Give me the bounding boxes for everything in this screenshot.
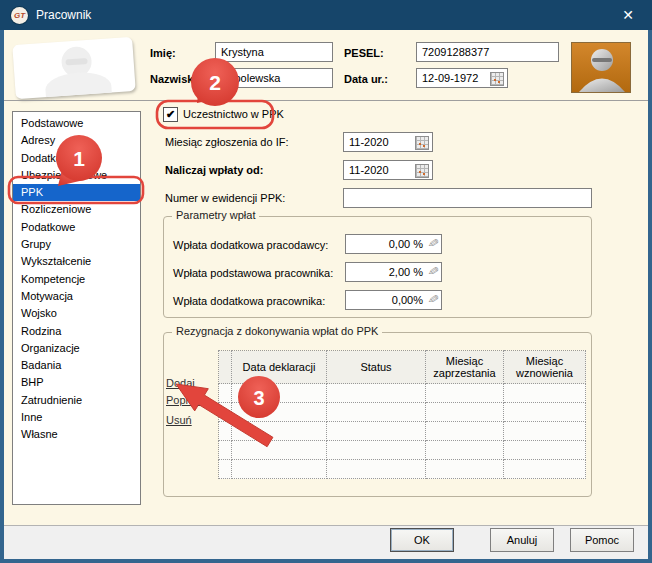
employer-extra-field[interactable]: 0,00 % ✎ xyxy=(345,234,442,254)
calc-from-label: Naliczaj wpłaty od: xyxy=(165,164,263,176)
pesel-field[interactable]: 72091288377 xyxy=(416,42,559,62)
employee-basic-field[interactable]: 2,00 % ✎ xyxy=(345,262,442,282)
col-declaration-date: Data deklaracji xyxy=(232,351,327,384)
first-name-field[interactable]: Krystyna xyxy=(215,42,333,62)
delete-link[interactable]: Usuń xyxy=(166,414,192,426)
birth-date-label: Data ur.: xyxy=(344,73,388,85)
sidebar-item-ppk[interactable]: PPK xyxy=(13,184,140,201)
col-stop-month: Miesiąc zaprzestania xyxy=(426,351,504,384)
employee-basic-label: Wpłata podstawowa pracownika: xyxy=(173,267,333,279)
resignation-title: Rezygnacja z dokonywania wpłat do PPK xyxy=(172,325,382,337)
sidebar-item-zatrudnienie[interactable]: Zatrudnienie xyxy=(13,392,140,409)
sidebar-item-wojsko[interactable]: Wojsko xyxy=(13,305,140,322)
sidebar-item-adresy[interactable]: Adresy xyxy=(13,132,140,149)
sidebar-item-inne[interactable]: Inne xyxy=(13,409,140,426)
close-icon[interactable]: ✕ xyxy=(614,4,642,26)
calendar-icon[interactable] xyxy=(415,164,429,178)
ppk-number-field[interactable] xyxy=(343,188,592,208)
employee-card-image xyxy=(12,37,135,99)
table-row[interactable] xyxy=(219,422,586,441)
sidebar-item-organizacje[interactable]: Organizacje xyxy=(13,340,140,357)
last-name-label: Nazwisko: xyxy=(150,73,204,85)
ppk-participation-checkbox[interactable]: ✔ xyxy=(163,107,178,122)
employee-extra-label: Wpłata dodatkowa pracownika: xyxy=(173,295,325,307)
category-listbox: Podstawowe Adresy Dodatkowe Ubezpieczeni… xyxy=(12,111,141,505)
employee-dialog-window: GT Pracownik ✕ Imię: Krystyna Nazwisko: … xyxy=(0,0,652,563)
birth-date-field[interactable]: 12-09-1972 xyxy=(416,68,508,88)
sidebar-item-bhp[interactable]: BHP xyxy=(13,374,140,391)
window-border-right xyxy=(648,30,652,563)
sidebar-item-grupy[interactable]: Grupy xyxy=(13,236,140,253)
col-resume-month: Miesiąc wznowienia xyxy=(504,351,586,384)
sidebar-item-dodatkowe[interactable]: Dodatkowe xyxy=(13,150,140,167)
window-title: Pracownik xyxy=(36,8,91,22)
first-name-label: Imię: xyxy=(150,47,176,59)
sidebar-item-badania[interactable]: Badania xyxy=(13,357,140,374)
last-name-field[interactable]: Sobolewska xyxy=(215,68,333,88)
sidebar-item-wyksztalcenie[interactable]: Wykształcenie xyxy=(13,253,140,270)
table-row[interactable] xyxy=(219,384,586,403)
cancel-button[interactable]: Anuluj xyxy=(490,528,554,552)
table-row[interactable] xyxy=(219,441,586,460)
sidebar-item-rozliczeniowe[interactable]: Rozliczeniowe xyxy=(13,201,140,218)
sidebar-item-podatkowe[interactable]: Podatkowe xyxy=(13,219,140,236)
col-selector xyxy=(219,351,232,384)
sidebar-item-ubezpieczeniowe[interactable]: Ubezpieczeniowe xyxy=(13,167,140,184)
window-border-left xyxy=(0,30,4,563)
ppk-number-label: Numer w ewidencji PPK: xyxy=(165,192,285,204)
sidebar-item-rodzina[interactable]: Rodzina xyxy=(13,323,140,340)
sidebar-item-wlasne[interactable]: Własne xyxy=(13,426,140,443)
sidebar-item-podstawowe[interactable]: Podstawowe xyxy=(13,115,140,132)
help-button[interactable]: Pomoc xyxy=(570,528,634,552)
table-row[interactable] xyxy=(219,403,586,422)
col-status: Status xyxy=(327,351,426,384)
employer-extra-label: Wpłata dodatkowa pracodawcy: xyxy=(173,239,328,251)
app-logo-icon: GT xyxy=(11,7,28,24)
calc-from-field[interactable]: 11-2020 xyxy=(343,160,433,180)
ok-button[interactable]: OK xyxy=(390,528,454,552)
report-month-field[interactable]: 11-2020 xyxy=(343,132,433,152)
resignation-table[interactable]: Data deklaracji Status Miesiąc zaprzesta… xyxy=(218,350,586,479)
title-bar: GT Pracownik ✕ xyxy=(0,0,652,30)
employee-extra-field[interactable]: 0,00% ✎ xyxy=(345,290,442,310)
calendar-icon[interactable] xyxy=(415,136,429,150)
table-row[interactable] xyxy=(219,460,586,479)
pesel-label: PESEL: xyxy=(344,47,384,59)
ppk-participation-label: Uczestnictwo w PPK xyxy=(183,108,284,120)
payment-params-title: Parametry wpłat xyxy=(172,209,259,221)
edit-link[interactable]: Popraw xyxy=(166,394,203,406)
window-border-bottom xyxy=(0,559,652,563)
table-header-row: Data deklaracji Status Miesiąc zaprzesta… xyxy=(219,351,586,384)
add-link[interactable]: Dodaj xyxy=(166,377,195,389)
header-separator xyxy=(4,100,648,101)
calendar-icon[interactable] xyxy=(490,72,504,86)
report-month-label: Miesiąc zgłoszenia do IF: xyxy=(165,136,289,148)
sidebar-item-kompetencje[interactable]: Kompetencje xyxy=(13,271,140,288)
employee-photo xyxy=(571,42,631,93)
sidebar-item-motywacja[interactable]: Motywacja xyxy=(13,288,140,305)
